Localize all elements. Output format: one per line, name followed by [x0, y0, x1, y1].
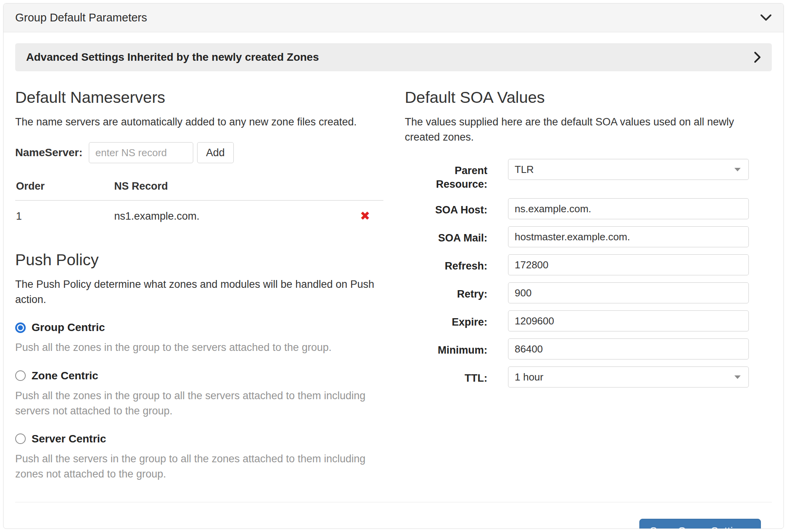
right-column: Default SOA Values The values supplied h… [405, 88, 772, 482]
nameserver-label: NameServer: [15, 146, 83, 159]
radio-label-server-centric: Server Centric [32, 433, 106, 445]
soa-host-input[interactable] [508, 198, 749, 219]
soa-host-label: SOA Host: [405, 198, 487, 219]
radio-icon[interactable] [15, 322, 26, 333]
nameserver-input[interactable] [89, 142, 193, 163]
soa-mail-row: SOA Mail: [405, 226, 772, 247]
chevron-right-icon[interactable] [753, 51, 761, 63]
chevron-down-icon[interactable] [760, 14, 772, 21]
nameserver-add-row: NameServer: Add [15, 142, 383, 163]
save-group-settings-button[interactable]: Save Group Settings [639, 519, 761, 529]
expire-row: Expire: [405, 310, 772, 331]
push-policy-section: Push Policy The Push Policy determine wh… [15, 251, 383, 482]
caret-down-icon [734, 375, 741, 379]
ttl-label: TTL: [405, 366, 487, 388]
parent-resource-row: Parent Resource: TLR [405, 159, 772, 191]
radio-label-group-centric: Group Centric [32, 321, 105, 334]
ns-record-column-header: NS Record [114, 180, 348, 192]
group-centric-description: Push all the zones in the group to the s… [15, 340, 383, 355]
order-column-header: Order [16, 180, 114, 192]
expire-label: Expire: [405, 310, 487, 331]
push-policy-option-server-centric[interactable]: Server Centric [15, 433, 383, 445]
soa-heading: Default SOA Values [405, 88, 772, 107]
soa-description: The values supplied here are the default… [405, 115, 772, 145]
nameserver-table-row: 1 ns1.example.com. ✖ [15, 201, 383, 227]
soa-mail-label: SOA Mail: [405, 226, 487, 247]
nameservers-heading: Default Nameservers [15, 88, 383, 107]
minimum-label: Minimum: [405, 338, 487, 359]
retry-label: Retry: [405, 282, 487, 303]
nameserver-table-header: Order NS Record [15, 176, 383, 201]
left-column: Default Nameservers The name servers are… [15, 88, 383, 482]
radio-icon[interactable] [15, 433, 26, 444]
retry-input[interactable] [508, 282, 749, 303]
ns-order-cell: 1 [16, 210, 114, 222]
panel-body: Advanced Settings Inherited by the newly… [4, 32, 783, 529]
retry-row: Retry: [405, 282, 772, 303]
radio-label-zone-centric: Zone Centric [32, 370, 98, 382]
nameservers-description: The name servers are automatically added… [15, 115, 383, 130]
add-nameserver-button[interactable]: Add [197, 142, 234, 163]
push-policy-option-group-centric[interactable]: Group Centric [15, 321, 383, 334]
minimum-input[interactable] [508, 338, 749, 359]
radio-icon[interactable] [15, 370, 26, 381]
caret-down-icon [734, 168, 741, 171]
ttl-value: 1 hour [515, 371, 543, 383]
push-policy-option-zone-centric[interactable]: Zone Centric [15, 370, 383, 382]
minimum-row: Minimum: [405, 338, 772, 359]
server-centric-description: Push all the servers in the group to all… [15, 451, 383, 482]
expire-input[interactable] [508, 310, 749, 331]
parent-resource-value: TLR [515, 164, 534, 176]
delete-nameserver-icon[interactable]: ✖ [360, 209, 370, 223]
ttl-row: TTL: 1 hour [405, 366, 772, 388]
panel-title: Group Default Parameters [15, 11, 147, 24]
soa-mail-input[interactable] [508, 226, 749, 247]
parent-resource-label: Parent Resource: [405, 159, 487, 191]
push-policy-heading: Push Policy [15, 251, 383, 269]
soa-host-row: SOA Host: [405, 198, 772, 219]
panel-heading[interactable]: Group Default Parameters [4, 4, 783, 32]
refresh-input[interactable] [508, 254, 749, 275]
ttl-select[interactable]: 1 hour [508, 366, 749, 388]
zone-centric-description: Push all the zones in the group to all t… [15, 388, 383, 419]
refresh-label: Refresh: [405, 254, 487, 275]
content-columns: Default Nameservers The name servers are… [15, 88, 772, 482]
push-policy-description: The Push Policy determine what zones and… [15, 277, 383, 307]
parent-resource-select[interactable]: TLR [508, 159, 749, 180]
refresh-row: Refresh: [405, 254, 772, 275]
nameserver-table: Order NS Record 1 ns1.example.com. ✖ [15, 176, 383, 227]
footer-divider [15, 502, 772, 502]
ns-record-cell: ns1.example.com. [114, 210, 348, 222]
advanced-settings-label: Advanced Settings Inherited by the newly… [26, 51, 319, 63]
group-default-parameters-panel: Group Default Parameters Advanced Settin… [3, 3, 784, 529]
soa-form: Parent Resource: TLR SOA Host: SOA Mail: [405, 159, 772, 388]
advanced-settings-bar[interactable]: Advanced Settings Inherited by the newly… [15, 43, 772, 71]
panel-footer: Save Group Settings [15, 519, 772, 529]
